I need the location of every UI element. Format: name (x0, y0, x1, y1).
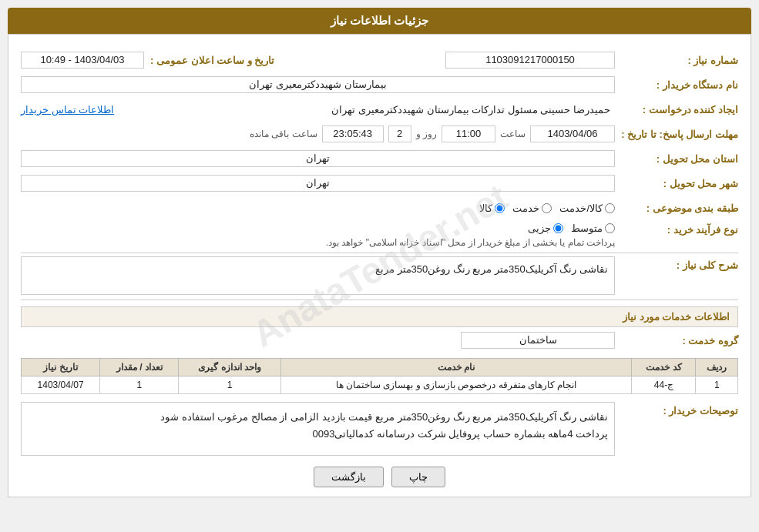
deadline-day-label: روز و (416, 129, 437, 139)
creator-label: ایجاد کننده درخواست : (615, 104, 738, 115)
page-title: جزئیات اطلاعات نیاز (8, 8, 751, 34)
category-option-kala-khedmat[interactable]: کالا/خدمت (559, 202, 615, 214)
service-group-value: ساختمان (461, 332, 615, 349)
announcement-value: 1403/04/03 - 10:49 (21, 52, 144, 69)
cell-date: 1403/04/07 (22, 376, 100, 394)
deadline-time: 11:00 (442, 125, 495, 142)
print-button[interactable]: چاپ (391, 467, 445, 487)
cell-row: 1 (696, 376, 738, 394)
cell-name: انجام کارهای متفرقه درخصوص بازسازی و بهس… (280, 376, 632, 394)
cell-unit: 1 (179, 376, 280, 394)
service-info-header: اطلاعات خدمات مورد نیاز (21, 306, 738, 327)
province-value: تهران (21, 150, 615, 167)
service-group-label: گروه خدمت : (615, 335, 738, 346)
announcement-label: تاریخ و ساعت اعلان عمومی : (144, 55, 274, 66)
need-number-value: 1103091217000150 (445, 52, 615, 69)
buyer-notes-value: نقاشی رنگ آکریلیک350متر مربع رنگ روغن350… (21, 402, 615, 456)
col-header-row: ردیف (696, 359, 738, 376)
col-header-date: تاریخ نیاز (22, 359, 100, 376)
buyer-name-label: نام دستگاه خریدار : (615, 79, 738, 91)
purchase-option-motavasset[interactable]: متوسط (571, 223, 615, 234)
button-group: چاپ بازگشت (21, 467, 738, 487)
col-header-unit: واحد اندازه گیری (179, 359, 280, 376)
services-table: ردیف کد خدمت نام خدمت واحد اندازه گیری ت… (21, 358, 738, 394)
creator-contact-link[interactable]: اطلاعات تماس خریدار (21, 104, 114, 115)
purchase-type-label: نوع فرآیند خرید : (615, 223, 738, 236)
cell-qty: 1 (100, 376, 179, 394)
category-option-kala[interactable]: کالا (479, 202, 505, 214)
deadline-remaining-label: ساعت باقی مانده (250, 129, 317, 139)
city-value: تهران (21, 175, 615, 192)
description-label: شرح کلی نیاز : (615, 256, 738, 271)
col-header-name: نام خدمت (280, 359, 632, 376)
deadline-label: مهلت ارسال پاسخ: تا تاریخ : (615, 129, 738, 140)
table-row: 1 ج-44 انجام کارهای متفرقه درخصوص بازساز… (22, 376, 738, 394)
deadline-date: 1403/04/06 (530, 125, 615, 142)
back-button[interactable]: بازگشت (314, 467, 384, 487)
buyer-name-value: بیمارستان شهیددکترمعیری تهران (21, 76, 615, 93)
province-label: استان محل تحویل : (615, 153, 738, 165)
purchase-note: پرداخت تمام یا بخشی از مبلغ خریدار از مح… (21, 237, 615, 248)
deadline-days: 2 (388, 125, 411, 142)
category-option-khedmat[interactable]: خدمت (512, 202, 552, 214)
services-table-section: ردیف کد خدمت نام خدمت واحد اندازه گیری ت… (21, 358, 738, 394)
city-label: شهر محل تحویل : (615, 178, 738, 189)
category-radio-group: کالا/خدمت خدمت کالا (21, 202, 615, 214)
description-value: نقاشی رنگ آکریلیک350متر مربع رنگ روغن350… (21, 256, 615, 295)
deadline-time-label: ساعت (500, 129, 526, 139)
creator-value: حمیدرضا حسینی مسئول تدارکات بیمارستان شه… (114, 102, 615, 117)
need-number-label: شماره نیاز : (615, 55, 738, 66)
purchase-option-jozi[interactable]: جزیی (528, 223, 563, 234)
category-label: طبقه بندی موضوعی : (615, 202, 738, 214)
col-header-qty: تعداد / مقدار (100, 359, 179, 376)
buyer-notes-label: توصیحات خریدار : (615, 402, 738, 417)
deadline-remaining: 23:05:43 (322, 125, 384, 142)
cell-code: ج-44 (632, 376, 696, 394)
col-header-code: کد خدمت (632, 359, 696, 376)
